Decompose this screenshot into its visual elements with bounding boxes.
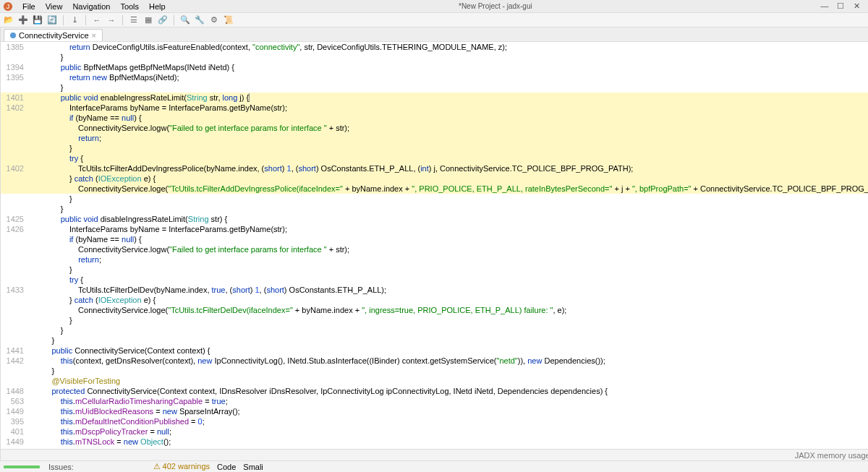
line-number bbox=[1, 325, 30, 335]
menu-file[interactable]: File bbox=[17, 1, 41, 12]
line-number: 1385 bbox=[1, 42, 30, 52]
code-text: } bbox=[30, 325, 63, 335]
code-line[interactable]: if (byName == null) { bbox=[1, 234, 868, 244]
tab-code[interactable]: Code bbox=[217, 463, 236, 471]
code-line[interactable]: 1395 return new BpfNetMaps(iNetd); bbox=[1, 72, 868, 82]
close-tab-icon[interactable]: × bbox=[92, 31, 96, 40]
code-line[interactable]: 1402 TcUtils.tcFilterAddDevIngressPolice… bbox=[1, 163, 868, 173]
code-line[interactable]: return; bbox=[1, 254, 868, 265]
warnings-count[interactable]: ⚠ 402 warnings bbox=[153, 462, 210, 471]
code-line[interactable]: 1448 protected ConnectivityService(Conte… bbox=[1, 386, 868, 396]
code-line[interactable]: 1449 this.mUidBlockedReasons = new Spars… bbox=[1, 406, 868, 416]
log-icon[interactable]: 📜 bbox=[223, 14, 234, 26]
tab-smali[interactable]: Smali bbox=[243, 463, 263, 471]
code-line[interactable]: 1401 public void enableIngressRateLimit(… bbox=[1, 93, 868, 103]
code-text: ConnectivityService.logw("Failed to get … bbox=[30, 123, 349, 133]
code-text: } catch (IOException e) { bbox=[30, 173, 156, 184]
code-line[interactable]: try { bbox=[1, 153, 868, 163]
line-number: 1441 bbox=[1, 346, 30, 356]
code-text: this.mTNSLock = new Object(); bbox=[30, 437, 171, 447]
code-text: InterfaceParams byName = InterfaceParams… bbox=[30, 224, 287, 234]
code-line[interactable]: } catch (IOException e) { bbox=[1, 173, 868, 184]
line-number: 1433 bbox=[1, 285, 30, 295]
tab-connectivityservice[interactable]: ConnectivityService × bbox=[4, 29, 103, 41]
code-line[interactable]: @VisibleForTesting bbox=[1, 376, 868, 386]
code-line[interactable]: } bbox=[1, 82, 868, 93]
code-line[interactable]: ConnectivityService.loge("TcUtils.tcFilt… bbox=[1, 305, 868, 315]
code-line[interactable]: 395 this.mDefaultInetConditionPublished … bbox=[1, 416, 868, 426]
code-line[interactable]: 1426 InterfaceParams byName = InterfaceP… bbox=[1, 224, 868, 234]
code-area[interactable]: 1385 return DeviceConfigUtils.isFeatureE… bbox=[1, 42, 868, 449]
sync-icon[interactable]: 🔄 bbox=[46, 14, 58, 26]
code-line[interactable]: } bbox=[1, 265, 868, 275]
code-text: } bbox=[30, 143, 72, 153]
code-line[interactable]: } bbox=[1, 194, 868, 204]
back-icon[interactable]: ← bbox=[91, 14, 103, 26]
menu-navigation[interactable]: Navigation bbox=[67, 1, 115, 12]
code-line[interactable]: 1425 public void disableIngressRateLimit… bbox=[1, 214, 868, 224]
code-line[interactable]: if (byName == null) { bbox=[1, 113, 868, 123]
code-line[interactable]: } bbox=[1, 143, 868, 153]
maximize-button[interactable]: ☐ bbox=[836, 1, 845, 11]
code-text: this.mCellularRadioTimesharingCapable = … bbox=[30, 396, 228, 406]
editor-panel: ConnectivityService × 1385 return Device… bbox=[1, 27, 868, 460]
export-icon[interactable]: ⤓ bbox=[69, 14, 80, 26]
code-line[interactable]: 1385 return DeviceConfigUtils.isFeatureE… bbox=[1, 42, 868, 52]
menu-view[interactable]: View bbox=[41, 1, 68, 12]
code-text: this.mUidBlockedReasons = new SparseIntA… bbox=[30, 406, 240, 416]
close-button[interactable]: ✕ bbox=[852, 1, 861, 11]
line-number: 401 bbox=[1, 426, 30, 437]
code-line[interactable]: return; bbox=[1, 133, 868, 143]
menu-tools[interactable]: Tools bbox=[115, 1, 144, 12]
code-line[interactable]: 1433 TcUtils.tcFilterDelDev(byName.index… bbox=[1, 285, 868, 295]
save-icon[interactable]: 💾 bbox=[32, 14, 43, 26]
code-text: this.mDefaultInetConditionPublished = 0; bbox=[30, 416, 205, 426]
code-text: @VisibleForTesting bbox=[30, 376, 120, 386]
wrench-icon[interactable]: 🔧 bbox=[194, 14, 205, 26]
code-line[interactable]: } catch (IOException e) { bbox=[1, 295, 868, 305]
code-line[interactable]: } bbox=[1, 366, 868, 376]
code-line[interactable]: 401 this.mDscpPolicyTracker = null; bbox=[1, 426, 868, 437]
code-line[interactable]: 1394 public BpfNetMaps getBpfNetMaps(INe… bbox=[1, 62, 868, 72]
grid-icon[interactable]: ▦ bbox=[142, 14, 154, 26]
code-line[interactable]: ConnectivityService.logw("Failed to get … bbox=[1, 123, 868, 133]
code-line[interactable]: 1449 this.mTNSLock = new Object(); bbox=[1, 437, 868, 447]
code-text: TcUtils.tcFilterAddDevIngressPolice(byNa… bbox=[30, 163, 633, 173]
code-line[interactable]: ConnectivityService.logw("Failed to get … bbox=[1, 244, 868, 254]
add-icon[interactable]: ➕ bbox=[17, 14, 29, 26]
code-text: TcUtils.tcFilterDelDev(byName.index, tru… bbox=[30, 285, 386, 295]
code-line[interactable]: } bbox=[1, 52, 868, 62]
code-line[interactable]: try { bbox=[1, 275, 868, 285]
code-line[interactable]: } bbox=[1, 335, 868, 346]
code-line[interactable]: 1402 InterfaceParams byName = InterfaceP… bbox=[1, 103, 868, 113]
line-number bbox=[1, 194, 30, 204]
menu-help[interactable]: Help bbox=[144, 1, 171, 12]
forward-icon[interactable]: → bbox=[106, 14, 117, 26]
line-number bbox=[1, 265, 30, 275]
line-number: 1401 bbox=[1, 93, 30, 103]
code-text: ConnectivityService.loge("TcUtils.tcFilt… bbox=[30, 184, 868, 194]
line-number: 1449 bbox=[1, 406, 30, 416]
search-icon[interactable]: 🔍 bbox=[179, 14, 191, 26]
code-line[interactable]: 1441 public ConnectivityService(Context … bbox=[1, 346, 868, 356]
line-number bbox=[1, 295, 30, 305]
code-line[interactable]: } bbox=[1, 325, 868, 335]
tree-icon[interactable]: ☰ bbox=[128, 14, 140, 26]
issues-panel[interactable]: Issues: ⚠ 402 warnings bbox=[0, 460, 213, 472]
code-text: try { bbox=[30, 275, 83, 285]
bottom-tabs[interactable]: Code Smali bbox=[213, 460, 868, 472]
code-line[interactable]: 1442 this(context, getDnsResolver(contex… bbox=[1, 356, 868, 366]
code-line[interactable]: } bbox=[1, 204, 868, 214]
folder-open-icon[interactable]: 📂 bbox=[3, 14, 14, 26]
code-line[interactable]: 563 this.mCellularRadioTimesharingCapabl… bbox=[1, 396, 868, 406]
editor-tabs[interactable]: ConnectivityService × bbox=[1, 27, 868, 42]
code-line[interactable]: ConnectivityService.loge("TcUtils.tcFilt… bbox=[1, 184, 868, 194]
link-icon[interactable]: 🔗 bbox=[157, 14, 169, 26]
line-number bbox=[1, 244, 30, 254]
code-text: } bbox=[30, 265, 72, 275]
minimize-button[interactable]: — bbox=[820, 1, 829, 11]
code-text: } bbox=[30, 52, 63, 62]
line-number bbox=[1, 133, 30, 143]
code-line[interactable]: } bbox=[1, 315, 868, 325]
settings-icon[interactable]: ⚙ bbox=[208, 14, 220, 26]
